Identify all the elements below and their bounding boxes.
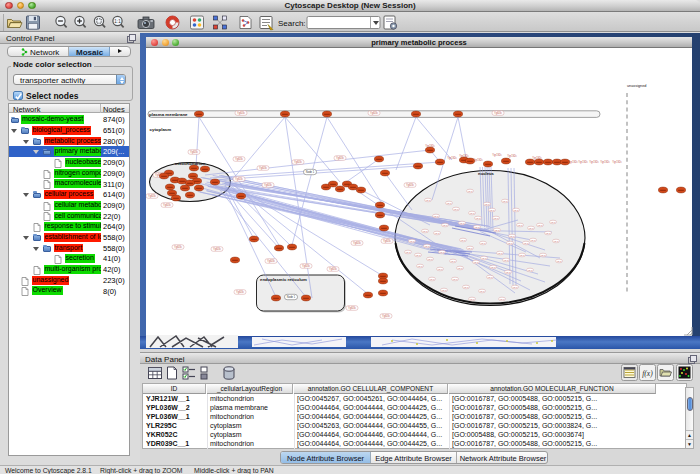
svg-text:Ygl03c: Ygl03c [382,314,391,318]
svg-text:Yal 1: Yal 1 [531,239,537,241]
svg-text:Yal 1: Yal 1 [524,242,530,244]
svg-text:Yal 1: Yal 1 [514,209,520,211]
svg-text:Yal 1: Yal 1 [468,190,474,192]
svg-text:Ygl03c: Ygl03c [329,267,338,271]
svg-text:Yal 1: Yal 1 [474,261,480,263]
svg-text:Ygl03c: Ygl03c [264,183,273,187]
svg-text:Yal 1: Yal 1 [430,278,436,280]
svg-text:Yal 1: Yal 1 [426,199,432,201]
svg-text:Yal 1: Yal 1 [485,203,491,205]
svg-text:Yal 1: Yal 1 [541,254,547,256]
svg-text:Node 1: Node 1 [306,170,315,174]
svg-text:Yal 1: Yal 1 [557,260,563,262]
svg-text:unassigned: unassigned [627,84,646,88]
svg-text:Yal 1: Yal 1 [435,232,441,234]
svg-text:Yal 1: Yal 1 [468,247,474,249]
svg-text:Ygl03c: Ygl03c [163,203,172,207]
svg-text:plasma membrane: plasma membrane [149,112,188,117]
svg-text:Yal 1: Yal 1 [410,240,416,242]
svg-text:Yal 1: Yal 1 [482,257,488,259]
svg-text:Yal 1: Yal 1 [425,245,431,247]
svg-text:Yal 1: Yal 1 [518,224,524,226]
svg-text:Ygr192c: Ygr192c [447,156,457,160]
svg-text:Ygl03c: Ygl03c [267,259,276,263]
svg-text:Ygl03c: Ygl03c [494,111,503,115]
svg-text:Ygl03c: Ygl03c [236,290,245,294]
svg-text:Ygl03c: Ygl03c [348,306,357,310]
svg-text:Yal 1: Yal 1 [475,226,481,228]
svg-text:Search:: Search: [278,19,306,28]
svg-text:Ygl03c: Ygl03c [259,166,268,170]
svg-text:Yal 1: Yal 1 [447,202,453,204]
svg-text:Yal 1: Yal 1 [546,232,552,234]
svg-text:endoplasmic reticulum: endoplasmic reticulum [260,277,307,282]
svg-text:Yal 1: Yal 1 [460,222,466,224]
svg-text:Yal 1: Yal 1 [476,217,482,219]
svg-text:Yal 1: Yal 1 [428,258,434,260]
svg-text:Yal 1: Yal 1 [458,267,464,269]
svg-text:Ygl03c: Ygl03c [235,177,244,181]
svg-text:Yal 1: Yal 1 [480,290,486,292]
svg-text:Yal 1: Yal 1 [481,242,487,244]
svg-text:Yal 1: Yal 1 [406,251,412,253]
svg-text:Yal 1: Yal 1 [470,298,476,300]
svg-text:Node 1: Node 1 [287,295,296,299]
svg-text:Ygl03c: Ygl03c [370,111,379,115]
svg-text:Yal 1: Yal 1 [503,200,509,202]
svg-text:Yal 1: Yal 1 [520,254,526,256]
svg-text:Ygr192c: Ygr192c [589,160,599,164]
svg-text:Ygl03c: Ygl03c [302,264,311,268]
svg-text:cytoplasm: cytoplasm [150,127,172,132]
svg-text:f(x): f(x) [642,369,653,378]
svg-text:nucleus: nucleus [478,171,494,176]
svg-text:Yal 1: Yal 1 [453,278,459,280]
svg-text:Yal 1: Yal 1 [510,235,516,237]
svg-text:Ygr192c: Ygr192c [507,154,517,158]
svg-text:Yal 1: Yal 1 [494,217,500,219]
svg-text:Yal 1: Yal 1 [416,254,422,256]
svg-text:Ygr192c: Ygr192c [578,160,588,164]
svg-text:Yal 1: Yal 1 [451,260,457,262]
svg-text:Yal 1: Yal 1 [529,227,535,229]
svg-text:Yal 1: Yal 1 [498,252,504,254]
svg-text:Ygl03c: Ygl03c [174,245,183,249]
svg-text:Yal 1: Yal 1 [491,266,497,268]
svg-text:Ygl03c: Ygl03c [383,239,392,243]
svg-text:Yal 1: Yal 1 [488,276,494,278]
svg-text:Yal 1: Yal 1 [434,215,440,217]
svg-text:mitochondrion: mitochondrion [175,161,206,166]
svg-text:Ygr192c: Ygr192c [492,153,502,157]
svg-text:Yal 1: Yal 1 [464,286,470,288]
svg-text:Yal 1: Yal 1 [506,271,512,273]
svg-text:Ygr192c: Ygr192c [600,160,610,164]
svg-text:Yal 1: Yal 1 [528,269,534,271]
svg-text:Yal 1: Yal 1 [454,208,460,210]
svg-text:Yal 1: Yal 1 [495,229,501,231]
svg-text:Yal 1: Yal 1 [443,224,449,226]
svg-text:Yal 1: Yal 1 [438,268,444,270]
svg-text:Yal 1: Yal 1 [470,212,476,214]
svg-text:Ygr192c: Ygr192c [612,160,622,164]
svg-text:Yal 1: Yal 1 [490,209,496,211]
svg-text:Ygl03c: Ygl03c [406,183,415,187]
svg-text:Yal 1: Yal 1 [508,242,514,244]
svg-text:Yal 1: Yal 1 [442,289,448,291]
svg-text:Yal 1: Yal 1 [538,224,544,226]
svg-text:Ygl03c: Ygl03c [237,111,246,115]
svg-text:Yal 1: Yal 1 [504,259,510,261]
svg-text:Ygl03c: Ygl03c [148,194,157,198]
svg-text:Yal 1: Yal 1 [500,298,506,300]
svg-text:1:1: 1:1 [114,19,121,24]
svg-text:Yal 1: Yal 1 [513,286,519,288]
svg-text:Ygl03c: Ygl03c [190,150,199,154]
svg-text:Yal 1: Yal 1 [418,265,424,267]
svg-text:Yal 1: Yal 1 [461,239,467,241]
svg-text:Ygl03c: Ygl03c [213,247,222,251]
svg-text:Ygl03c: Ygl03c [294,160,303,164]
svg-text:Yal 1: Yal 1 [440,251,446,253]
svg-text:Yal 1: Yal 1 [554,240,560,242]
svg-text:Yal 1: Yal 1 [423,230,429,232]
svg-text:Ygl03c: Ygl03c [235,157,244,161]
svg-text:Ygl03c: Ygl03c [353,241,362,245]
svg-text:Yal 1: Yal 1 [551,221,557,223]
